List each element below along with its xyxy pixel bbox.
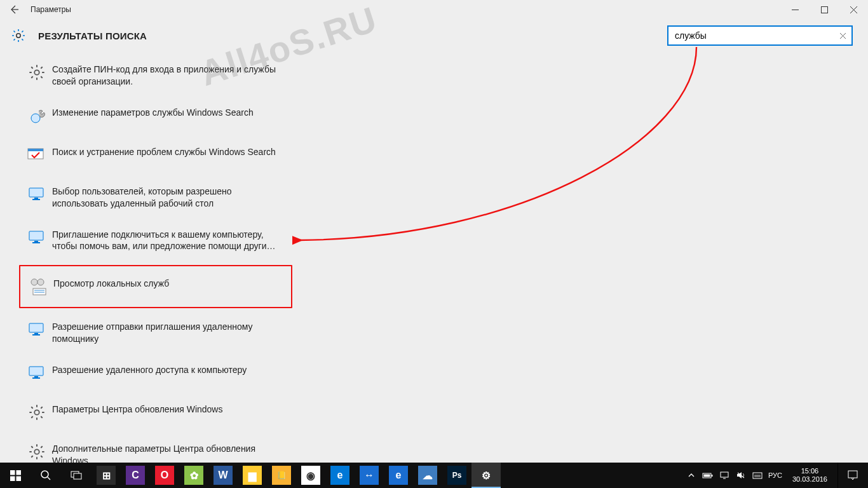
search-button[interactable] — [31, 463, 61, 488]
taskbar-app-opera[interactable]: O — [150, 463, 179, 488]
svg-rect-35 — [753, 473, 762, 478]
search-input[interactable] — [667, 25, 853, 46]
app-glyph: e — [330, 466, 349, 485]
svg-rect-33 — [703, 475, 710, 477]
svg-rect-34 — [721, 472, 728, 477]
taskbar: ⊞CO✿W▆📒◉e↔e☁Ps⚙ РУС 15:06 30.03.2016 — [0, 463, 868, 488]
taskbar-app-onedrive[interactable]: ☁ — [413, 463, 442, 488]
result-item[interactable]: Приглашение подключиться к вашему компью… — [19, 222, 292, 257]
taskbar-app-ccleaner[interactable]: C — [121, 463, 150, 488]
svg-rect-18 — [29, 367, 43, 376]
app-glyph: Ps — [447, 466, 466, 485]
back-button[interactable] — [5, 1, 23, 18]
monitor-icon — [25, 318, 48, 341]
result-label: Создайте ПИН-код для входа в приложения … — [52, 61, 286, 88]
svg-rect-8 — [32, 199, 40, 200]
troubleshoot-icon — [25, 144, 48, 166]
result-label: Приглашение подключиться к вашему компью… — [52, 226, 286, 253]
gear-icon — [25, 440, 48, 463]
svg-point-21 — [34, 410, 39, 414]
svg-rect-11 — [32, 242, 40, 243]
taskbar-app-word[interactable]: W — [208, 463, 238, 488]
network-icon[interactable] — [719, 470, 730, 481]
action-center-button[interactable] — [837, 463, 867, 488]
svg-rect-20 — [32, 377, 40, 379]
titlebar: Параметры — [0, 0, 868, 19]
svg-rect-32 — [711, 475, 712, 477]
svg-rect-16 — [34, 333, 38, 334]
app-glyph: ⚙ — [477, 466, 496, 485]
svg-rect-15 — [29, 323, 43, 332]
svg-point-22 — [34, 449, 39, 454]
taskbar-app-settings[interactable]: ⚙ — [471, 463, 501, 488]
app-glyph: ↔ — [360, 466, 379, 485]
result-label: Просмотр локальных служб — [53, 275, 169, 290]
services-icon — [27, 275, 50, 298]
taskbar-app-teamviewer[interactable]: ↔ — [355, 463, 384, 488]
svg-rect-27 — [16, 476, 21, 481]
svg-point-1 — [17, 34, 20, 37]
language-indicator[interactable]: РУС — [768, 471, 782, 479]
clock-time: 15:06 — [792, 467, 827, 475]
app-glyph: e — [389, 466, 408, 485]
svg-rect-25 — [16, 470, 21, 475]
result-item[interactable]: Разрешение отправки приглашения удаленно… — [19, 315, 292, 349]
taskbar-app-photoshop[interactable]: Ps — [442, 463, 471, 488]
result-item[interactable]: Поиск и устранение проблем службы Window… — [19, 140, 292, 170]
svg-rect-30 — [74, 473, 81, 479]
taskbar-apps: ⊞CO✿W▆📒◉e↔e☁Ps⚙ — [92, 463, 501, 488]
result-item[interactable]: Создайте ПИН-код для входа в приложения … — [19, 57, 292, 92]
result-item[interactable]: Выбор пользователей, которым разрешено и… — [19, 179, 292, 214]
app-glyph: ◉ — [301, 466, 320, 485]
app-glyph: C — [126, 466, 145, 485]
clear-search-icon[interactable] — [836, 29, 849, 42]
page-heading: РЕЗУЛЬТАТЫ ПОИСКА — [38, 30, 147, 41]
monitor-icon — [25, 362, 48, 384]
gear-icon — [9, 26, 28, 45]
taskbar-clock[interactable]: 15:06 30.03.2016 — [787, 467, 832, 484]
taskbar-app-edge[interactable]: e — [325, 463, 355, 488]
result-item[interactable]: Изменение параметров службы Windows Sear… — [19, 100, 292, 131]
volume-icon[interactable] — [735, 470, 747, 481]
svg-rect-14 — [33, 288, 46, 295]
svg-point-2 — [34, 70, 39, 74]
taskbar-app-android[interactable]: ✿ — [179, 463, 208, 488]
taskbar-app-calculator[interactable]: ⊞ — [92, 463, 121, 488]
app-glyph: 📒 — [272, 466, 291, 485]
svg-rect-17 — [32, 334, 40, 336]
minimize-button[interactable] — [780, 0, 810, 19]
clock-date: 30.03.2016 — [792, 475, 827, 484]
svg-rect-26 — [10, 476, 15, 481]
app-glyph: ✿ — [184, 466, 203, 485]
tray-chevron-icon[interactable] — [686, 470, 697, 481]
maximize-button[interactable] — [810, 0, 839, 19]
result-item[interactable]: Просмотр локальных служб — [19, 265, 292, 308]
svg-rect-19 — [34, 376, 38, 377]
monitor-icon — [25, 226, 48, 249]
window-title: Параметры — [31, 5, 71, 14]
results-list: Создайте ПИН-код для входа в приложения … — [0, 57, 292, 488]
wrench-icon — [25, 104, 48, 127]
taskbar-app-skype[interactable]: 📒 — [267, 463, 296, 488]
result-item[interactable]: Разрешение удаленного доступа к компьюте… — [19, 358, 292, 388]
svg-rect-36 — [848, 471, 857, 478]
taskbar-app-chrome[interactable]: ◉ — [296, 463, 325, 488]
result-label: Выбор пользователей, которым разрешено и… — [52, 183, 286, 210]
svg-rect-10 — [34, 241, 38, 242]
header-row: РЕЗУЛЬТАТЫ ПОИСКА — [0, 19, 868, 57]
svg-point-28 — [41, 471, 48, 478]
svg-rect-9 — [29, 231, 43, 240]
taskbar-app-explorer[interactable]: ▆ — [238, 463, 267, 488]
result-label: Изменение параметров службы Windows Sear… — [52, 104, 254, 119]
battery-icon[interactable] — [702, 470, 714, 481]
svg-point-12 — [31, 279, 37, 285]
svg-point-3 — [31, 114, 40, 123]
ime-icon[interactable] — [752, 470, 763, 481]
taskview-button[interactable] — [61, 463, 92, 488]
close-button[interactable] — [839, 0, 868, 19]
result-item[interactable]: Параметры Центра обновления Windows — [19, 397, 292, 428]
taskbar-app-ie[interactable]: e — [384, 463, 413, 488]
start-button[interactable] — [0, 463, 31, 488]
svg-rect-7 — [34, 198, 38, 199]
result-label: Разрешение отправки приглашения удаленно… — [52, 318, 286, 345]
